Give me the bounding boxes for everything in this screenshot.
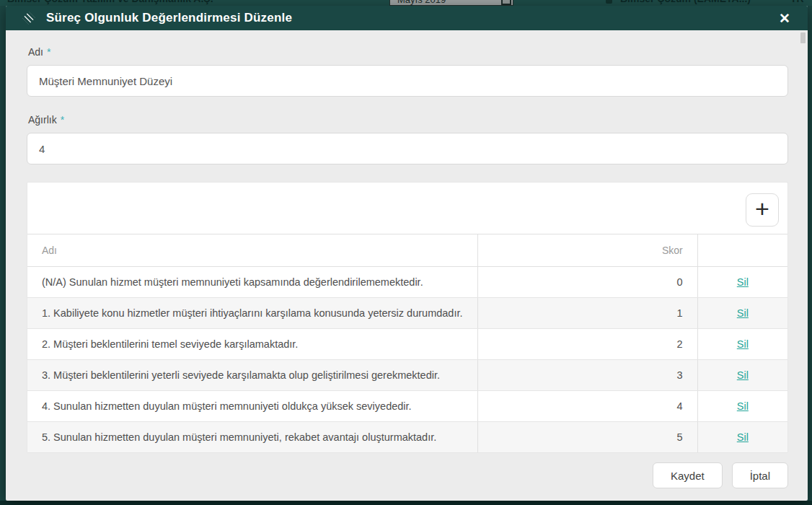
score-name: 1. Kabiliyete konu hizmetler müşteri iht… (27, 297, 478, 328)
table-header-row: Adı Skor (27, 234, 787, 266)
table-row: 5. Sunulan hizmetten duyulan müşteri mem… (27, 421, 787, 452)
table-row: 4. Sunulan hizmetten duyulan müşteri mem… (27, 390, 787, 421)
score-list-toolbar: + (27, 183, 787, 234)
plus-icon: + (755, 196, 769, 221)
delete-link[interactable]: Sil (737, 338, 749, 350)
weight-field-label: Ağırlık* (28, 114, 788, 126)
weight-input[interactable] (27, 133, 788, 164)
user-menu[interactable]: Bimser Çözüm (EAMETA...) (620, 0, 751, 5)
dialog-footer: Kaydet İptal (6, 457, 808, 501)
score-value: 3 (478, 359, 697, 390)
page-bottom-edge (0, 501, 812, 505)
score-table: Adı Skor (N/A) Sunulan hizmet müşteri me… (27, 234, 787, 453)
score-name: 5. Sunulan hizmetten duyulan müşteri mem… (27, 421, 478, 452)
score-name: (N/A) Sunulan hizmet müşteri memnuniyeti… (27, 266, 478, 297)
score-name: 4. Sunulan hizmetten duyulan müşteri mem… (27, 390, 478, 421)
delete-link[interactable]: Sil (737, 276, 749, 288)
app-header-strip: Bimser Çözüm Yazılım ve Danışmanlık A.Ş.… (0, 0, 812, 6)
name-field-label: Adı* (28, 46, 788, 58)
delete-link[interactable]: Sil (737, 400, 749, 412)
add-score-button[interactable]: + (746, 193, 779, 227)
date-picker-input[interactable]: Mayıs 2019 (389, 0, 513, 6)
hatched-diamond-icon (22, 11, 36, 25)
table-row: 3. Müşteri beklentilerini yeterli seviye… (27, 359, 787, 390)
table-row: (N/A) Sunulan hizmet müşteri memnuniyeti… (27, 266, 787, 297)
score-name: 2. Müşteri beklentilerini temel seviyede… (27, 328, 478, 359)
column-header-actions (697, 234, 787, 266)
delete-link[interactable]: Sil (737, 431, 749, 443)
column-header-score: Skor (478, 234, 697, 266)
required-asterisk: * (47, 46, 50, 58)
name-input[interactable] (27, 65, 788, 97)
required-asterisk: * (61, 114, 64, 126)
table-row: 1. Kabiliyete konu hizmetler müşteri iht… (27, 297, 787, 328)
score-value: 4 (478, 390, 697, 421)
score-value: 1 (478, 297, 697, 328)
delete-link[interactable]: Sil (737, 369, 749, 381)
dialog-header: Süreç Olgunluk Değerlendirmesi Düzenle ✕ (6, 6, 808, 30)
calendar-icon[interactable] (501, 0, 511, 5)
score-name: 3. Müşteri beklentilerini yeterli seviye… (27, 359, 478, 390)
close-icon[interactable]: ✕ (776, 10, 793, 27)
save-button[interactable]: Kaydet (653, 462, 723, 488)
table-row: 2. Müşteri beklentilerini temel seviyede… (27, 328, 787, 359)
score-list-panel: + Adı Skor (N/A) Sunulan hizmet müşteri … (27, 182, 788, 453)
column-header-name: Adı (27, 234, 478, 266)
dialog-body: Adı* Ağırlık* + Adı Skor (6, 30, 808, 457)
cancel-button[interactable]: İptal (732, 462, 788, 488)
dialog-title: Süreç Olgunluk Değerlendirmesi Düzenle (46, 11, 292, 25)
language-selector[interactable]: TR (790, 0, 804, 5)
score-value: 0 (478, 266, 697, 297)
delete-link[interactable]: Sil (737, 307, 749, 319)
user-icon (606, 0, 612, 4)
score-value: 5 (478, 421, 697, 452)
scrollbar-thumb[interactable] (800, 32, 806, 43)
edit-process-maturity-dialog: Süreç Olgunluk Değerlendirmesi Düzenle ✕… (6, 6, 808, 501)
score-value: 2 (478, 328, 697, 359)
company-name: Bimser Çözüm Yazılım ve Danışmanlık A.Ş. (7, 0, 213, 5)
